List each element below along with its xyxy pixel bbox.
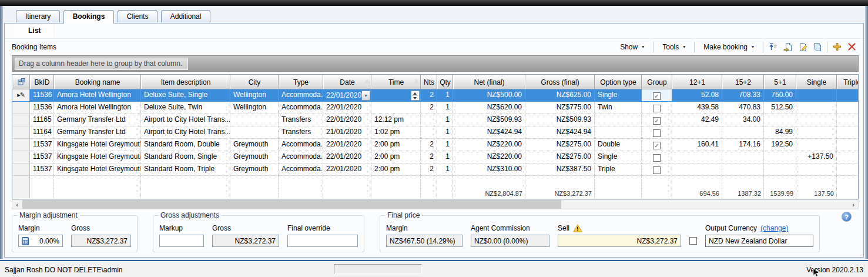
cell-single[interactable] (796, 114, 837, 126)
cell-indicator[interactable] (12, 102, 30, 114)
cell-indicator[interactable] (12, 126, 30, 139)
cell-option[interactable] (595, 126, 642, 139)
column-header-name[interactable]: Booking name (54, 75, 141, 89)
cell-gross[interactable]: NZ$275.00 (525, 151, 595, 163)
column-header-desc[interactable]: Item description (141, 75, 230, 89)
cell-time[interactable]: 2:00 pm (371, 151, 421, 163)
cell-bkid[interactable]: 11536 (30, 102, 54, 114)
cell-date[interactable]: 22/01/2020 (323, 114, 371, 126)
cell-time[interactable] (371, 89, 421, 102)
cell-nts[interactable]: 2 (421, 89, 437, 102)
final-override-input[interactable] (287, 235, 358, 247)
column-header-gross[interactable]: Gross (final) (525, 75, 595, 89)
column-header-single[interactable]: Single (796, 75, 837, 89)
group-checkbox[interactable]: ✓ (653, 117, 661, 125)
scroll-right-button[interactable]: › (849, 200, 858, 209)
tools-menu-button[interactable]: Tools▾ (656, 41, 691, 53)
cell-city[interactable]: Wellington (230, 89, 279, 102)
cell-single[interactable] (796, 102, 837, 114)
cell-time[interactable] (371, 102, 421, 114)
column-header-group[interactable]: Group (642, 75, 672, 89)
cell-c5_1[interactable]: 512.50 (764, 102, 796, 114)
cell-name[interactable]: Amora Hotel Wellington (54, 102, 141, 114)
cell-city[interactable]: Wellington (230, 102, 279, 114)
cell-desc[interactable]: Deluxe Suite, Single (141, 89, 230, 102)
cell-gross[interactable]: NZ$275.00 (525, 139, 595, 151)
cell-time[interactable]: 2:00 pm (371, 139, 421, 151)
help-button[interactable]: ? (842, 212, 852, 222)
cell-bkid[interactable]: 11164 (30, 126, 54, 139)
cell-nts[interactable]: 2 (421, 139, 437, 151)
cell-c5_1[interactable]: 84.99 (764, 126, 796, 139)
cell-net[interactable]: NZ$424.94 (453, 126, 525, 139)
cell-nts[interactable] (421, 114, 437, 126)
show-menu-button[interactable]: Show▾ (614, 41, 650, 53)
cell-single[interactable] (796, 126, 837, 139)
cell-net[interactable]: NZ$620.00 (453, 102, 525, 114)
column-header-date[interactable]: Date△ (323, 75, 371, 89)
column-header-c12_1[interactable]: 12+1 (672, 75, 722, 89)
cell-net[interactable]: NZ$220.00 (453, 151, 525, 163)
cell-indicator[interactable] (12, 163, 30, 176)
cell-name[interactable]: Germany Transfer Ltd (54, 114, 141, 126)
column-header-city[interactable]: City (230, 75, 279, 89)
tab-additional[interactable]: Additional (161, 10, 211, 22)
copy-item-button[interactable] (810, 41, 824, 53)
scroll-left-button[interactable]: ‹ (12, 200, 22, 209)
cell-c15_2[interactable]: 34.00 (722, 114, 764, 126)
cell-type[interactable]: Accommoda... (279, 102, 323, 114)
cell-bkid[interactable]: 11536 (30, 89, 54, 102)
cell-single[interactable] (796, 139, 837, 151)
tab-clients[interactable]: Clients (118, 10, 158, 22)
cell-group[interactable] (642, 102, 672, 114)
cell-c15_2[interactable] (722, 163, 764, 176)
cell-group[interactable] (642, 151, 672, 163)
group-checkbox[interactable]: ✓ (653, 92, 661, 100)
spinner-up-icon[interactable] (411, 91, 419, 96)
cell-option[interactable]: Double (595, 139, 642, 151)
spinner-down-icon[interactable] (411, 96, 419, 100)
cell-type[interactable]: Accommoda... (279, 89, 323, 102)
cell-c5_1[interactable]: 750.00 (764, 89, 796, 102)
cell-c15_2[interactable]: 708.33 (722, 89, 764, 102)
cell-date[interactable]: 22/01/2020 (323, 139, 371, 151)
cell-triple[interactable] (837, 151, 859, 163)
cell-option[interactable]: Twin (595, 102, 642, 114)
cell-triple[interactable] (837, 126, 859, 139)
cell-indicator[interactable]: ▸✎ (12, 89, 30, 102)
cell-name[interactable]: Amora Hotel Wellington (54, 89, 141, 102)
cell-city[interactable] (230, 114, 279, 126)
delete-item-button[interactable] (845, 41, 859, 53)
cell-city[interactable]: Greymouth (230, 139, 279, 151)
cell-c12_1[interactable]: 439.58 (672, 102, 722, 114)
cell-bkid[interactable]: 11537 (30, 163, 54, 176)
column-header-nts[interactable]: Nts (421, 75, 437, 89)
cell-qty[interactable]: 1 (437, 126, 453, 139)
cell-gross[interactable]: NZ$625.00 (525, 89, 595, 102)
make-booking-menu-button[interactable]: Make booking▾ (698, 41, 760, 53)
cell-c15_2[interactable]: 174.16 (722, 139, 764, 151)
cell-qty[interactable]: 1 (437, 163, 453, 176)
cell-c12_1[interactable] (672, 126, 722, 139)
cell-desc[interactable]: Standard Room, Single (141, 151, 230, 163)
cell-type[interactable]: Accommoda... (279, 139, 323, 151)
cell-group[interactable]: ✓ (642, 89, 672, 102)
group-checkbox[interactable]: ✓ (653, 142, 661, 149)
tab-bookings[interactable]: Bookings (63, 10, 115, 24)
cell-c5_1[interactable] (764, 163, 796, 176)
cell-bkid[interactable]: 11537 (30, 151, 54, 163)
horizontal-scrollbar[interactable]: ‹ › (12, 199, 859, 209)
cell-triple[interactable] (837, 89, 859, 102)
cell-indicator[interactable] (12, 114, 30, 126)
edit-item-button[interactable] (796, 41, 809, 53)
cell-date[interactable]: 22/01/2020▾ (323, 89, 371, 102)
column-header-option[interactable]: Option type (595, 75, 642, 89)
time-spinner[interactable] (411, 91, 420, 101)
cell-desc[interactable]: Airport to City Hotel Trans... (141, 126, 230, 139)
cell-c12_1[interactable]: 42.49 (672, 114, 722, 126)
cell-type[interactable]: Transfers (279, 126, 323, 139)
cell-single[interactable] (796, 163, 837, 176)
cell-triple[interactable] (837, 114, 859, 126)
change-currency-link[interactable]: (change) (760, 224, 788, 232)
column-header-type[interactable]: Type (279, 75, 323, 89)
